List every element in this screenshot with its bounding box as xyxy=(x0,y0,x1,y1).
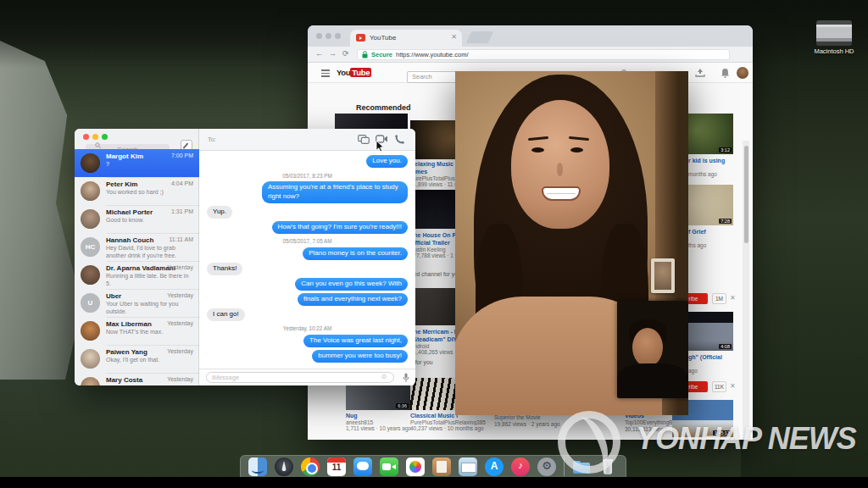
menu-icon[interactable] xyxy=(321,69,330,79)
window-zoom-button[interactable] xyxy=(102,134,108,140)
conversation-row[interactable]: U Uber Yesterday Your Uber is waiting fo… xyxy=(75,289,199,317)
screen-share-icon[interactable] xyxy=(358,135,370,144)
browser-toolbar: ← → ⟳ Secure https://www.youtube.com/ xyxy=(308,47,753,63)
message-preview: Okay, I'll get on that. xyxy=(106,357,192,364)
dock-item-app-store[interactable] xyxy=(485,458,504,476)
conversation-row[interactable]: Peter Kim 4:04 PM You worked so hard ;) xyxy=(75,177,199,205)
contact-name: Dr. Aparna Vadlamani xyxy=(106,264,175,272)
video-meta: ths ago xyxy=(688,242,706,248)
video-channel[interactable]: PurePlusTotalPlusRe xyxy=(410,175,462,181)
video-channel[interactable]: aneesh815 xyxy=(346,419,373,425)
avatar: HC xyxy=(81,237,100,257)
back-icon[interactable]: ← xyxy=(315,49,323,58)
avatar xyxy=(81,349,100,369)
conversation-row[interactable]: Paiwen Yang Yesterday Okay, I'll get on … xyxy=(75,345,199,373)
conversation-row[interactable]: HC Hannah Couch 11:11 AM Hey David, I'd … xyxy=(75,233,199,261)
dock-item-finder[interactable] xyxy=(248,458,267,476)
contact-name: Uber xyxy=(106,292,121,300)
video-channel[interactable]: Superior the Movie xyxy=(494,414,541,420)
message-preview: That's hilarious. xyxy=(106,385,192,385)
conversation-row[interactable]: Dr. Aparna Vadlamani Yesterday Running a… xyxy=(75,261,199,289)
message-bubble-sent: Love you. xyxy=(366,155,408,168)
video-meta: 40,237 views · 10 months ago xyxy=(410,425,491,431)
screen: Macintosh HD YouTube ✕ ← → ⟳ Secure http… xyxy=(0,0,868,488)
message-time: Yesterday xyxy=(167,320,193,326)
tab-close-icon[interactable]: ✕ xyxy=(451,33,457,41)
profile-avatar[interactable] xyxy=(737,67,748,79)
upload-icon[interactable] xyxy=(695,69,705,77)
dock-item-system-preferences[interactable] xyxy=(537,458,556,476)
macintosh-hd-icon[interactable]: Macintosh HD xyxy=(807,20,861,55)
window-minimize-button[interactable] xyxy=(92,134,98,140)
title-line: Official Trailer xyxy=(410,240,450,246)
browser-tab[interactable]: YouTube ✕ xyxy=(350,30,462,47)
eye xyxy=(531,147,544,152)
dock-separator xyxy=(564,458,565,476)
message-time: 1:31 PM xyxy=(171,208,193,214)
video-title[interactable]: gh" (Official xyxy=(688,354,722,362)
dock-item-launchpad[interactable] xyxy=(275,458,293,476)
dock-item-facetime[interactable] xyxy=(380,458,398,476)
dock-item-itunes[interactable] xyxy=(511,458,530,476)
conversation-row[interactable]: Margot Kim 7:00 PM ? xyxy=(75,149,199,177)
video-title[interactable]: r kid is using xyxy=(688,158,725,165)
message-preview: Hey David, I'd love to grab another drin… xyxy=(106,245,192,259)
address-bar[interactable]: Secure https://www.youtube.com/ xyxy=(357,49,730,60)
scrollbar-thumb[interactable] xyxy=(744,146,748,243)
dock-item-trash[interactable] xyxy=(598,458,617,476)
microphone-icon[interactable] xyxy=(403,373,409,383)
dock-item-photos[interactable] xyxy=(406,458,425,476)
facetime-pip-video[interactable] xyxy=(617,301,688,398)
conversation-row[interactable]: Michael Porter 1:31 PM Good to know. xyxy=(75,205,199,233)
messages-thread-pane: To: Love you. 05/03/2017, 8:23 PM Assumi… xyxy=(199,129,415,385)
scrollbar[interactable] xyxy=(743,141,749,440)
bell-icon[interactable] xyxy=(721,68,730,78)
recommended-channel-label: ded channel for you xyxy=(410,271,461,277)
dock-item-calendar[interactable]: 11 xyxy=(327,458,346,476)
window-minimize-button[interactable] xyxy=(326,33,331,39)
dock-item-contacts[interactable] xyxy=(432,458,451,476)
contact-name: Peter Kim xyxy=(106,180,137,188)
title-line: Classical Music f xyxy=(410,413,458,419)
logo-tube: Tube xyxy=(350,68,371,77)
search-icon xyxy=(95,142,102,149)
close-icon[interactable]: ✕ xyxy=(730,382,736,390)
smiling-mouth xyxy=(542,186,581,201)
youtube-logo[interactable]: YouTube xyxy=(337,68,371,77)
conversation-row[interactable]: Max Liberman Yesterday Now THAT's the ma… xyxy=(75,317,199,345)
video-channel[interactable]: PurePlusTotalPlusRelaxing385 xyxy=(410,419,487,425)
avatar xyxy=(81,209,100,229)
message-time: Yesterday xyxy=(167,292,193,298)
dock-item-downloads-folder[interactable] xyxy=(572,458,591,476)
window-close-button[interactable] xyxy=(316,33,322,39)
facetime-window[interactable] xyxy=(455,71,688,415)
browser-tab-strip: YouTube ✕ xyxy=(308,25,753,47)
messages-sidebar: Margot Kim 7:00 PM ? Peter Kim 4:04 PM Y… xyxy=(75,129,199,385)
logo-you: You xyxy=(337,68,350,77)
window-zoom-button[interactable] xyxy=(335,33,341,39)
video-channel[interactable]: Top100EverythingBish xyxy=(625,419,680,425)
duration-badge: 6:36 xyxy=(396,403,409,408)
window-close-button[interactable] xyxy=(83,134,89,140)
timestamp: 05/03/2017, 8:23 PM xyxy=(282,173,331,179)
dock-item-chrome[interactable] xyxy=(301,458,320,476)
video-channel[interactable]: Austin Keeling xyxy=(410,247,446,252)
close-icon[interactable]: ✕ xyxy=(730,294,736,302)
contact-name: Hannah Couch xyxy=(106,236,153,244)
refresh-icon[interactable]: ⟳ xyxy=(342,49,349,58)
phone-call-icon[interactable] xyxy=(395,135,404,144)
message-bubble-received: Thanks! xyxy=(207,263,242,275)
conversation-row[interactable]: Mary Costa Yesterday That's hilarious. xyxy=(75,373,199,385)
title-line: Relaxing Music fo xyxy=(410,161,461,167)
emoji-icon[interactable]: ☺ xyxy=(381,373,387,380)
dock-item-messages[interactable] xyxy=(353,458,372,476)
forward-icon[interactable]: → xyxy=(329,49,337,58)
imessage-input[interactable] xyxy=(206,372,394,383)
message-time: Yesterday xyxy=(167,376,193,382)
video-title[interactable]: f Grief xyxy=(688,229,706,236)
dock-item-preview[interactable] xyxy=(459,458,477,476)
new-tab-button[interactable] xyxy=(466,31,494,43)
duration-badge: 1:45:13 xyxy=(713,430,732,435)
avatar: U xyxy=(81,293,100,313)
video-title[interactable]: g Proposal xyxy=(688,439,719,440)
